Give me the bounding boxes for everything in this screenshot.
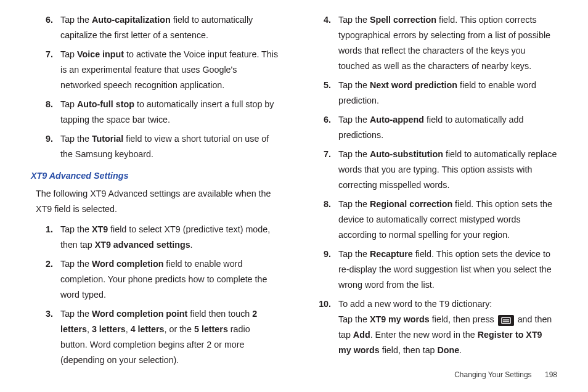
item-number: 9. [309, 247, 338, 262]
item-number: 4. [309, 12, 338, 28]
item-body: Tap Auto-full stop to automatically inse… [60, 97, 279, 128]
item-number: 3. [31, 306, 60, 322]
list-item: 8. Tap Auto-full stop to automatically i… [31, 97, 279, 128]
list-item: 4. Tap the Spell correction field. This … [309, 12, 557, 74]
item-number: 2. [31, 256, 60, 272]
item-number: 6. [31, 12, 60, 28]
item-body: Tap the Word completion field to enable … [60, 256, 279, 303]
item-number: 9. [31, 131, 60, 147]
list-item: 2. Tap the Word completion field to enab… [31, 256, 279, 303]
item-body: Tap the XT9 field to select XT9 (predict… [60, 222, 279, 253]
item-number: 6. [309, 112, 338, 128]
menu-key-icon [498, 315, 514, 326]
item-number: 7. [309, 147, 338, 162]
item-body: Tap the Tutorial field to view a short t… [60, 131, 279, 162]
item-number: 5. [309, 78, 338, 93]
list-item: 6. Tap the Auto-append field to automati… [309, 112, 557, 143]
list-item: 7. Tap Voice input to activate the Voice… [31, 47, 279, 93]
page-content: 6. Tap the Auto-capitalization field to … [0, 0, 588, 364]
item-body: Tap the Word completion point field then… [60, 306, 279, 368]
item-body: Tap the Recapture field. This option set… [338, 247, 557, 293]
item-body: Tap the Next word prediction field to en… [338, 78, 557, 108]
list-item: 8. Tap the Regional correction field. Th… [309, 197, 557, 243]
right-column: 4. Tap the Spell correction field. This … [309, 12, 557, 364]
list-item: 3. Tap the Word completion point field t… [31, 306, 279, 368]
footer-section: Changing Your Settings [454, 370, 531, 379]
list-item: 9. Tap the Tutorial field to view a shor… [31, 131, 279, 162]
item-number: 8. [31, 97, 60, 112]
item-number: 8. [309, 197, 338, 212]
section-intro: The following XT9 Advanced settings are … [36, 186, 279, 217]
item-body: Tap the Regional correction field. This … [338, 197, 557, 243]
item10-line1: To add a new word to the T9 dictionary: [338, 299, 492, 309]
list-left-a: 6. Tap the Auto-capitalization field to … [31, 12, 279, 162]
list-right: 4. Tap the Spell correction field. This … [309, 12, 557, 358]
item-body: Tap the Auto-capitalization field to aut… [60, 12, 279, 43]
svg-rect-0 [498, 315, 514, 326]
section-heading-xt9: XT9 Advanced Settings [31, 168, 279, 184]
list-item: 7. Tap the Auto-substitution field to au… [309, 147, 557, 193]
list-item: 9. Tap the Recapture field. This option … [309, 247, 557, 293]
list-item: 6. Tap the Auto-capitalization field to … [31, 12, 279, 43]
left-column: 6. Tap the Auto-capitalization field to … [31, 12, 279, 364]
item-number: 7. [31, 47, 60, 62]
item-body: Tap Voice input to activate the Voice in… [60, 47, 279, 93]
item-number: 10. [309, 296, 338, 312]
item-body: Tap the Spell correction field. This opt… [338, 12, 557, 74]
list-item: 1. Tap the XT9 field to select XT9 (pred… [31, 222, 279, 253]
item-body: To add a new word to the T9 dictionary: … [338, 296, 557, 358]
footer-page-number: 198 [545, 370, 557, 379]
page-footer: Changing Your Settings 198 [0, 369, 588, 382]
item-body: Tap the Auto-substitution field to autom… [338, 147, 557, 193]
list-item: 5. Tap the Next word prediction field to… [309, 78, 557, 108]
item-number: 1. [31, 222, 60, 237]
list-left-b: 1. Tap the XT9 field to select XT9 (pred… [31, 222, 279, 368]
list-item: 10. To add a new word to the T9 dictiona… [309, 296, 557, 358]
item-body: Tap the Auto-append field to automatical… [338, 112, 557, 143]
